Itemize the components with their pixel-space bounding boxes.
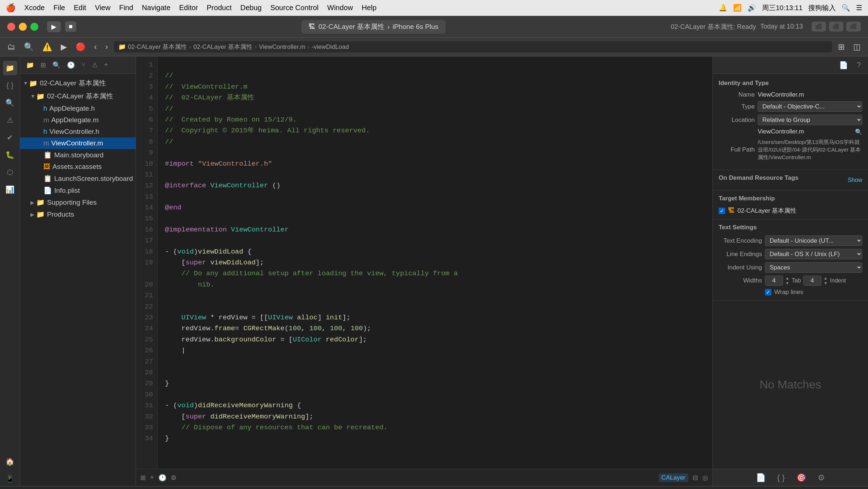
bottom-file-btn[interactable]: 📄 bbox=[753, 472, 769, 484]
menu-help[interactable]: Help bbox=[362, 4, 376, 12]
simulator-icon[interactable]: 📱 bbox=[3, 472, 17, 486]
menu-window[interactable]: Window bbox=[327, 4, 353, 12]
breadcrumb-project[interactable]: 📁 bbox=[118, 43, 126, 51]
file-navigator-icon[interactable]: 📁 bbox=[3, 61, 17, 75]
tree-item-viewcontroller-m[interactable]: ▶ m ViewController.m bbox=[20, 137, 136, 149]
editor-history-btn[interactable]: 🕐 bbox=[158, 474, 166, 482]
menu-find[interactable]: Find bbox=[119, 4, 133, 12]
help-btn[interactable]: ? bbox=[854, 59, 864, 71]
menu-edit[interactable]: Edit bbox=[74, 4, 86, 12]
encoding-select[interactable]: Default - Unicode (UT... bbox=[765, 235, 862, 246]
tree-item-info-plist[interactable]: ▶ 📄 Info.plist bbox=[20, 184, 136, 196]
breadcrumb-part1[interactable]: 02-CALayer 基本属性 bbox=[128, 43, 187, 51]
version-editor[interactable]: ◫ bbox=[850, 41, 864, 53]
issues-btn[interactable]: ⚠️ bbox=[39, 41, 55, 53]
editor-settings-btn[interactable]: ⚙ bbox=[171, 474, 176, 482]
indent-select[interactable]: Spaces bbox=[765, 262, 862, 273]
breakpoints-nav-icon[interactable]: ⬡ bbox=[3, 165, 17, 179]
navigator-toggle[interactable]: 🗂 bbox=[4, 41, 18, 53]
indent-width-down[interactable]: ▼ bbox=[824, 281, 828, 286]
tree-item-group[interactable]: ▼ 📁 02-CALayer 基本属性 bbox=[20, 90, 136, 103]
show-tags-btn[interactable]: Show bbox=[848, 177, 862, 183]
assistant-editor[interactable]: ⊞ bbox=[835, 41, 847, 53]
breakpoints-btn[interactable]: 🔴 bbox=[73, 41, 88, 53]
filter-btn[interactable]: 🔍 bbox=[50, 60, 63, 71]
grid-btn[interactable]: ⊞ bbox=[38, 60, 48, 71]
debug-view-btn[interactable]: ⊟ bbox=[693, 474, 698, 482]
maximize-button[interactable] bbox=[30, 23, 38, 31]
menu-view[interactable]: View bbox=[95, 4, 110, 12]
search-icon[interactable]: 🔍 bbox=[842, 4, 850, 12]
breadcrumb-part4[interactable]: -viewDidLoad bbox=[312, 43, 349, 51]
tree-item-launchscreen[interactable]: ▶ 📋 LaunchScreen.storyboard bbox=[20, 173, 136, 184]
notification-icon[interactable]: 🔔 bbox=[719, 4, 727, 12]
code-content[interactable]: 12345 678910 1112131415 16171819 2021222… bbox=[136, 56, 712, 469]
bottom-code-btn[interactable]: { } bbox=[774, 472, 788, 484]
menu-source-control[interactable]: Source Control bbox=[270, 4, 318, 12]
issues-file-btn[interactable]: ⚠ bbox=[90, 60, 100, 71]
plus-file-btn[interactable]: + bbox=[102, 60, 110, 70]
panel-toggle-right[interactable]: ⬛ bbox=[846, 22, 861, 31]
folder-btn[interactable]: 📁 bbox=[24, 60, 36, 71]
file-inspector-btn[interactable]: 📄 bbox=[836, 59, 851, 71]
tree-item-appdelegate-h[interactable]: ▶ h AppDelegate.h bbox=[20, 103, 136, 114]
nav-forward[interactable]: › bbox=[102, 41, 111, 53]
menu-editor[interactable]: Editor bbox=[179, 4, 198, 12]
tab-width-input[interactable] bbox=[765, 276, 783, 286]
stop-button[interactable]: ■ bbox=[65, 21, 76, 32]
location-select[interactable]: Relative to Group bbox=[758, 115, 862, 125]
input-method[interactable]: 搜狗输入 bbox=[808, 3, 836, 13]
localize-btn[interactable]: ◎ bbox=[702, 474, 708, 482]
issues-nav-icon[interactable]: ⚠ bbox=[3, 113, 17, 127]
menu-xcode[interactable]: Xcode bbox=[24, 4, 45, 12]
bottom-nav-icon[interactable]: 🏠 bbox=[3, 454, 17, 469]
breadcrumb-part2[interactable]: 02-CALayer 基本属性 bbox=[193, 43, 252, 51]
editor-add-btn[interactable]: + bbox=[150, 474, 154, 481]
menu-product[interactable]: Product bbox=[207, 4, 232, 12]
type-select[interactable]: Default - Objective-C... bbox=[758, 101, 862, 112]
tab-width-up[interactable]: ▲ bbox=[785, 276, 790, 281]
wrap-checkbox[interactable]: ✓ bbox=[765, 289, 771, 295]
reports-icon[interactable]: 📊 bbox=[3, 182, 17, 197]
menu-debug[interactable]: Debug bbox=[240, 4, 261, 12]
tree-item-products[interactable]: ▶ 📁 Products bbox=[20, 208, 136, 220]
close-button[interactable] bbox=[7, 23, 15, 31]
symbols-icon[interactable]: { } bbox=[3, 78, 17, 93]
menu-navigate[interactable]: Navigate bbox=[142, 4, 170, 12]
apple-menu[interactable]: 🍎 bbox=[6, 3, 16, 13]
xcode-window: ▶ ■ 🏗 02-CALayer 基本属性 › iPhone 6s Plus 0… bbox=[0, 16, 868, 486]
tree-item-supporting-files[interactable]: ▶ 📁 Supporting Files bbox=[20, 196, 136, 208]
search-nav-icon[interactable]: 🔍 bbox=[3, 95, 17, 110]
nav-back[interactable]: ‹ bbox=[91, 41, 99, 53]
tree-item-main-storyboard[interactable]: ▶ 📋 Main.storyboard bbox=[20, 149, 136, 161]
code-area[interactable]: // // ViewController.m // 02-CALayer 基本属… bbox=[158, 56, 712, 469]
tab-width-down[interactable]: ▼ bbox=[785, 281, 790, 286]
code-editor: 12345 678910 1112131415 16171819 2021222… bbox=[136, 56, 712, 486]
minimize-button[interactable] bbox=[19, 23, 27, 31]
scheme-selector[interactable]: 🏗 02-CALayer 基本属性 › iPhone 6s Plus bbox=[301, 20, 446, 34]
menu-file[interactable]: File bbox=[54, 4, 65, 12]
tests-icon[interactable]: ✔ bbox=[3, 130, 17, 145]
panel-toggle-center[interactable]: ⬛ bbox=[829, 22, 843, 31]
location-browse-btn[interactable]: 🔍 bbox=[855, 128, 862, 135]
run-button[interactable]: ▶ bbox=[47, 21, 61, 32]
bottom-target-btn[interactable]: 🎯 bbox=[793, 472, 809, 484]
breadcrumb-part3[interactable]: ViewController.m bbox=[259, 43, 305, 51]
indent-width-up[interactable]: ▲ bbox=[824, 276, 828, 281]
run-history-btn[interactable]: ▶ bbox=[58, 41, 70, 53]
tree-item-viewcontroller-h[interactable]: ▶ h ViewController.h bbox=[20, 126, 136, 137]
tree-item-assets[interactable]: ▶ 🖼 Assets.xcassets bbox=[20, 161, 136, 173]
tree-item-appdelegate-m[interactable]: ▶ m AppDelegate.m bbox=[20, 114, 136, 126]
branch-btn[interactable]: ⑂ bbox=[79, 60, 88, 70]
editor-layout-btn[interactable]: ⊞ bbox=[140, 474, 146, 482]
bottom-build-btn[interactable]: ⚙ bbox=[815, 472, 828, 484]
menu-extras-icon[interactable]: ☰ bbox=[856, 4, 862, 12]
search-toolbar-btn[interactable]: 🔍 bbox=[21, 41, 37, 53]
line-endings-select[interactable]: Default - OS X / Unix (LF) bbox=[765, 249, 862, 259]
panel-toggle-left[interactable]: ⬛ bbox=[812, 22, 826, 31]
clock-btn[interactable]: 🕐 bbox=[65, 60, 77, 71]
tree-item-root[interactable]: ▼ 📁 02-CALayer 基本属性 bbox=[20, 77, 136, 90]
debug-icon[interactable]: 🐛 bbox=[3, 148, 17, 162]
indent-width-input[interactable] bbox=[803, 276, 821, 286]
membership-checkbox[interactable]: ✓ bbox=[719, 208, 725, 214]
